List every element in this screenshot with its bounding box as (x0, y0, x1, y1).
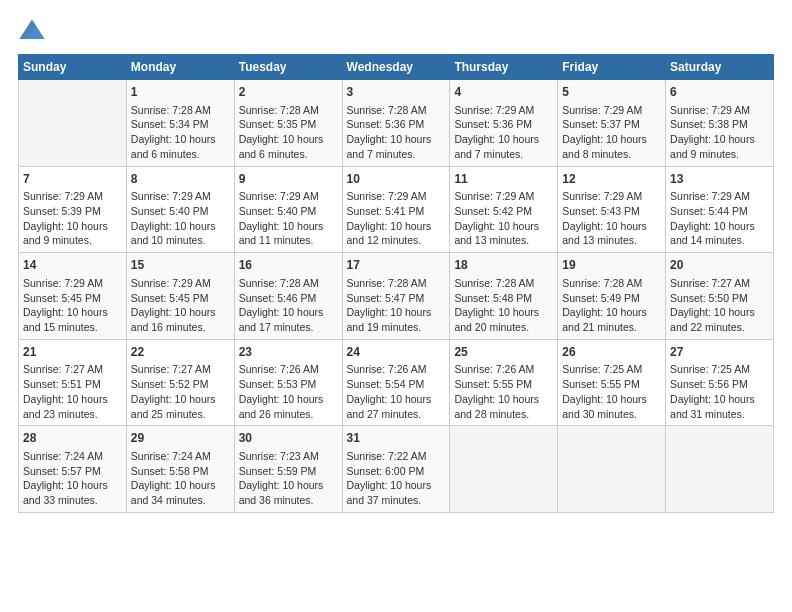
cell-1-2: 1Sunrise: 7:28 AMSunset: 5:34 PMDaylight… (126, 80, 234, 167)
cell-text: Daylight: 10 hours (347, 305, 446, 320)
cell-text: Sunset: 5:36 PM (347, 117, 446, 132)
cell-text: Daylight: 10 hours (562, 392, 661, 407)
col-header-friday: Friday (558, 55, 666, 80)
day-number: 8 (131, 171, 230, 188)
cell-text: Sunset: 5:37 PM (562, 117, 661, 132)
cell-text: Sunrise: 7:28 AM (454, 276, 553, 291)
cell-text: Sunset: 5:44 PM (670, 204, 769, 219)
cell-text: Daylight: 10 hours (454, 132, 553, 147)
cell-text: Sunset: 5:48 PM (454, 291, 553, 306)
cell-text: Daylight: 10 hours (131, 478, 230, 493)
cell-text: Sunrise: 7:26 AM (347, 362, 446, 377)
cell-text: and 8 minutes. (562, 147, 661, 162)
col-header-monday: Monday (126, 55, 234, 80)
cell-text: Sunset: 5:38 PM (670, 117, 769, 132)
day-number: 13 (670, 171, 769, 188)
cell-3-5: 18Sunrise: 7:28 AMSunset: 5:48 PMDayligh… (450, 253, 558, 340)
cell-text: Sunset: 5:53 PM (239, 377, 338, 392)
cell-text: Daylight: 10 hours (562, 132, 661, 147)
week-row-4: 21Sunrise: 7:27 AMSunset: 5:51 PMDayligh… (19, 339, 774, 426)
cell-text: Sunrise: 7:28 AM (239, 276, 338, 291)
day-number: 7 (23, 171, 122, 188)
cell-text: Sunrise: 7:27 AM (670, 276, 769, 291)
cell-text: Sunrise: 7:28 AM (562, 276, 661, 291)
cell-4-3: 23Sunrise: 7:26 AMSunset: 5:53 PMDayligh… (234, 339, 342, 426)
cell-text: and 33 minutes. (23, 493, 122, 508)
cell-text: Daylight: 10 hours (347, 132, 446, 147)
cell-5-4: 31Sunrise: 7:22 AMSunset: 6:00 PMDayligh… (342, 426, 450, 513)
day-number: 11 (454, 171, 553, 188)
cell-text: Sunrise: 7:29 AM (131, 189, 230, 204)
cell-text: Daylight: 10 hours (239, 219, 338, 234)
calendar-table: SundayMondayTuesdayWednesdayThursdayFrid… (18, 54, 774, 513)
cell-text: and 37 minutes. (347, 493, 446, 508)
day-number: 20 (670, 257, 769, 274)
cell-text: Daylight: 10 hours (347, 478, 446, 493)
day-number: 23 (239, 344, 338, 361)
cell-text: Daylight: 10 hours (23, 392, 122, 407)
cell-2-1: 7Sunrise: 7:29 AMSunset: 5:39 PMDaylight… (19, 166, 127, 253)
cell-text: Sunrise: 7:25 AM (670, 362, 769, 377)
cell-5-7 (666, 426, 774, 513)
cell-2-3: 9Sunrise: 7:29 AMSunset: 5:40 PMDaylight… (234, 166, 342, 253)
cell-5-6 (558, 426, 666, 513)
cell-text: Sunset: 5:52 PM (131, 377, 230, 392)
cell-text: and 13 minutes. (562, 233, 661, 248)
cell-text: Sunset: 5:54 PM (347, 377, 446, 392)
cell-3-7: 20Sunrise: 7:27 AMSunset: 5:50 PMDayligh… (666, 253, 774, 340)
cell-text: and 28 minutes. (454, 407, 553, 422)
day-number: 4 (454, 84, 553, 101)
day-number: 19 (562, 257, 661, 274)
cell-text: Daylight: 10 hours (670, 132, 769, 147)
cell-text: Sunset: 5:41 PM (347, 204, 446, 219)
cell-text: Daylight: 10 hours (670, 305, 769, 320)
header-row: SundayMondayTuesdayWednesdayThursdayFrid… (19, 55, 774, 80)
day-number: 3 (347, 84, 446, 101)
cell-text: and 13 minutes. (454, 233, 553, 248)
cell-text: Daylight: 10 hours (23, 305, 122, 320)
cell-3-4: 17Sunrise: 7:28 AMSunset: 5:47 PMDayligh… (342, 253, 450, 340)
week-row-3: 14Sunrise: 7:29 AMSunset: 5:45 PMDayligh… (19, 253, 774, 340)
cell-text: Sunrise: 7:26 AM (454, 362, 553, 377)
cell-text: Sunrise: 7:29 AM (23, 189, 122, 204)
cell-text: Sunrise: 7:29 AM (23, 276, 122, 291)
cell-text: and 30 minutes. (562, 407, 661, 422)
cell-text: and 27 minutes. (347, 407, 446, 422)
cell-text: Sunrise: 7:29 AM (562, 189, 661, 204)
cell-text: Daylight: 10 hours (454, 305, 553, 320)
cell-text: Sunset: 5:49 PM (562, 291, 661, 306)
cell-text: and 7 minutes. (347, 147, 446, 162)
cell-text: and 22 minutes. (670, 320, 769, 335)
cell-4-4: 24Sunrise: 7:26 AMSunset: 5:54 PMDayligh… (342, 339, 450, 426)
cell-text: Daylight: 10 hours (131, 392, 230, 407)
day-number: 25 (454, 344, 553, 361)
cell-text: Sunset: 5:39 PM (23, 204, 122, 219)
cell-text: and 20 minutes. (454, 320, 553, 335)
cell-text: Sunset: 5:50 PM (670, 291, 769, 306)
cell-text: Sunset: 5:36 PM (454, 117, 553, 132)
cell-3-6: 19Sunrise: 7:28 AMSunset: 5:49 PMDayligh… (558, 253, 666, 340)
day-number: 1 (131, 84, 230, 101)
cell-2-6: 12Sunrise: 7:29 AMSunset: 5:43 PMDayligh… (558, 166, 666, 253)
page-container: SundayMondayTuesdayWednesdayThursdayFrid… (0, 0, 792, 523)
cell-text: and 19 minutes. (347, 320, 446, 335)
cell-text: Daylight: 10 hours (670, 392, 769, 407)
cell-text: Sunrise: 7:27 AM (23, 362, 122, 377)
day-number: 6 (670, 84, 769, 101)
cell-3-1: 14Sunrise: 7:29 AMSunset: 5:45 PMDayligh… (19, 253, 127, 340)
cell-text: Sunset: 5:45 PM (23, 291, 122, 306)
day-number: 5 (562, 84, 661, 101)
cell-3-3: 16Sunrise: 7:28 AMSunset: 5:46 PMDayligh… (234, 253, 342, 340)
cell-text: Sunset: 5:58 PM (131, 464, 230, 479)
cell-text: and 9 minutes. (23, 233, 122, 248)
cell-text: Sunrise: 7:27 AM (131, 362, 230, 377)
cell-text: and 31 minutes. (670, 407, 769, 422)
cell-4-5: 25Sunrise: 7:26 AMSunset: 5:55 PMDayligh… (450, 339, 558, 426)
cell-text: Sunset: 5:46 PM (239, 291, 338, 306)
cell-text: Daylight: 10 hours (454, 219, 553, 234)
day-number: 28 (23, 430, 122, 447)
cell-1-1 (19, 80, 127, 167)
cell-text: Sunrise: 7:29 AM (239, 189, 338, 204)
day-number: 31 (347, 430, 446, 447)
cell-text: and 15 minutes. (23, 320, 122, 335)
